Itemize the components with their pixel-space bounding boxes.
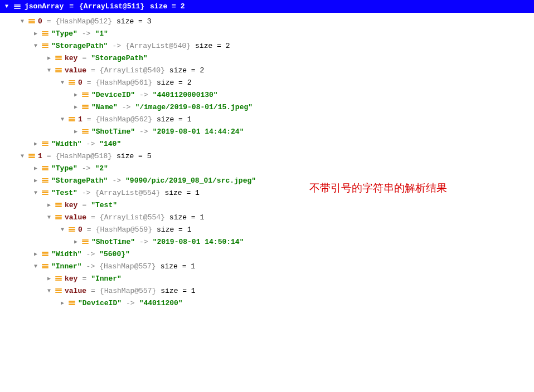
root-row[interactable]: ▼ jsonArray = {ArrayList@511} size = 2 <box>0 0 534 13</box>
object-icon <box>81 238 89 245</box>
object-icon <box>28 18 36 24</box>
tree-row[interactable]: ▶ "ShotTime" -> "2019-08-01 14:50:14" <box>0 236 534 248</box>
tree-row[interactable]: ▶ "ShotTime" -> "2019-08-01 14:44:24" <box>0 125 534 138</box>
value: "44011200" <box>139 299 183 307</box>
key: "DeviceID" <box>78 299 122 307</box>
tree-row[interactable]: ▼ "Test" -> {ArrayList@554} size = 1 <box>0 187 534 199</box>
value: "2" <box>95 164 108 173</box>
tree-row[interactable]: ▶ "Width" -> "5600}" <box>0 248 534 260</box>
debug-tree: ▼ 0 = {HashMap@512} size = 3 ▶ "Type" ->… <box>0 13 534 311</box>
size-label: size = 1 <box>161 262 195 271</box>
annotation-text: 不带引号的字符串的解析结果 <box>309 181 447 195</box>
key: "StoragePath" <box>51 177 108 185</box>
value: "StoragePath" <box>91 54 147 62</box>
obj-ref: {HashMap@557} <box>100 287 156 295</box>
size-label: size = 2 <box>157 79 191 87</box>
chevron-right-icon[interactable]: ▶ <box>32 177 39 184</box>
object-icon <box>28 153 36 159</box>
chevron-right-icon[interactable]: ▶ <box>72 128 79 135</box>
chevron-down-icon[interactable]: ▼ <box>32 263 39 270</box>
value: "Inner" <box>91 275 122 283</box>
value: "Test" <box>91 201 117 209</box>
object-icon <box>81 104 89 110</box>
chevron-right-icon[interactable]: ▶ <box>32 251 39 257</box>
field-name: value <box>65 66 86 75</box>
size-label: size = 2 <box>150 2 185 11</box>
tree-row[interactable]: ▼ value = {ArrayList@554} size = 1 <box>0 211 534 223</box>
tree-row[interactable]: ▼ value = {ArrayList@540} size = 2 <box>0 64 534 76</box>
field-name: key <box>65 201 77 209</box>
chevron-down-icon[interactable]: ▼ <box>59 226 66 233</box>
tree-row[interactable]: ▼ 1 = {HashMap@518} size = 5 <box>0 150 534 162</box>
tree-row[interactable]: ▼ 0 = {HashMap@561} size = 2 <box>0 76 534 89</box>
obj-ref: {ArrayList@540} <box>100 66 165 75</box>
object-icon <box>55 275 62 282</box>
tree-row[interactable]: ▼ 0 = {HashMap@559} size = 1 <box>0 223 534 236</box>
index-label: 1 <box>38 152 42 160</box>
chevron-down-icon[interactable]: ▼ <box>46 214 52 220</box>
chevron-right-icon[interactable]: ▶ <box>32 165 39 171</box>
chevron-down-icon[interactable]: ▼ <box>59 116 66 122</box>
tree-row[interactable]: ▼ "StoragePath" -> {ArrayList@540} size … <box>0 40 534 52</box>
chevron-down-icon[interactable]: ▼ <box>19 153 26 159</box>
chevron-down-icon[interactable]: ▼ <box>32 189 39 196</box>
tree-row[interactable]: ▶ "Type" -> "2" <box>0 162 534 174</box>
tree-row[interactable]: ▶ "Name" -> "/image/2019-08-01/15.jpeg" <box>0 101 534 113</box>
chevron-down-icon[interactable]: ▼ <box>59 79 66 86</box>
chevron-right-icon[interactable]: ▶ <box>46 275 52 282</box>
obj-ref: {HashMap@518} <box>56 152 112 160</box>
chevron-down-icon[interactable]: ▼ <box>3 3 10 10</box>
var-name: jsonArray <box>25 2 64 11</box>
obj-ref: {HashMap@562} <box>96 115 152 124</box>
object-icon <box>55 55 62 61</box>
chevron-right-icon[interactable]: ▶ <box>32 140 39 147</box>
chevron-right-icon[interactable]: ▶ <box>46 202 52 208</box>
tree-row[interactable]: ▶ key = "StoragePath" <box>0 52 534 64</box>
chevron-right-icon[interactable]: ▶ <box>72 91 79 98</box>
value: "4401120000130" <box>153 91 218 99</box>
tree-row[interactable]: ▼ 1 = {HashMap@562} size = 1 <box>0 113 534 125</box>
tree-row[interactable]: ▶ key = "Test" <box>0 199 534 211</box>
obj-ref: {ArrayList@511} <box>79 2 144 11</box>
tree-row[interactable]: ▶ "DeviceID" -> "44011200" <box>0 297 534 309</box>
size-label: size = 2 <box>169 66 204 75</box>
field-name: key <box>65 54 77 62</box>
object-icon <box>81 91 89 98</box>
obj-ref: {HashMap@557} <box>99 262 156 271</box>
chevron-right-icon[interactable]: ▶ <box>72 238 79 245</box>
chevron-right-icon[interactable]: ▶ <box>46 55 52 61</box>
chevron-right-icon[interactable]: ▶ <box>32 30 39 37</box>
tree-row[interactable]: ▼ value = {HashMap@557} size = 1 <box>0 285 534 297</box>
chevron-down-icon[interactable]: ▼ <box>32 42 39 49</box>
chevron-down-icon[interactable]: ▼ <box>46 287 52 294</box>
chevron-right-icon[interactable]: ▶ <box>59 300 66 306</box>
key: "Type" <box>51 30 77 38</box>
tree-row[interactable]: ▶ "StoragePath" -> "9090/pic/2019_08_01/… <box>0 174 534 187</box>
size-label: size = 1 <box>169 213 204 222</box>
tree-row[interactable]: ▶ key = "Inner" <box>0 272 534 285</box>
object-icon <box>41 177 49 184</box>
tree-row[interactable]: ▶ "Width" -> "140" <box>0 138 534 150</box>
index-label: 0 <box>78 79 82 87</box>
tree-row[interactable]: ▼ "Inner" -> {HashMap@557} size = 1 <box>0 260 534 272</box>
obj-ref: {HashMap@512} <box>56 17 112 26</box>
key: "Width" <box>51 250 82 258</box>
tree-row[interactable]: ▼ 0 = {HashMap@512} size = 3 <box>0 15 534 27</box>
value: "/image/2019-08-01/15.jpeg" <box>135 103 253 111</box>
key: "Width" <box>51 140 82 148</box>
key: "DeviceID" <box>91 91 135 99</box>
chevron-right-icon[interactable]: ▶ <box>72 104 79 110</box>
obj-ref: {HashMap@559} <box>96 226 152 234</box>
size-label: size = 3 <box>116 17 151 26</box>
object-icon <box>55 202 62 208</box>
tree-row[interactable]: ▶ "Type" -> "1" <box>0 27 534 40</box>
key: "Name" <box>91 103 118 111</box>
obj-ref: {ArrayList@540} <box>125 42 191 50</box>
key: "ShotTime" <box>91 238 135 246</box>
object-icon <box>55 287 62 294</box>
tree-row[interactable]: ▶ "DeviceID" -> "4401120000130" <box>0 89 534 101</box>
chevron-down-icon[interactable]: ▼ <box>19 18 26 24</box>
obj-ref: {ArrayList@554} <box>100 213 165 222</box>
object-icon <box>68 79 76 86</box>
chevron-down-icon[interactable]: ▼ <box>46 67 52 74</box>
